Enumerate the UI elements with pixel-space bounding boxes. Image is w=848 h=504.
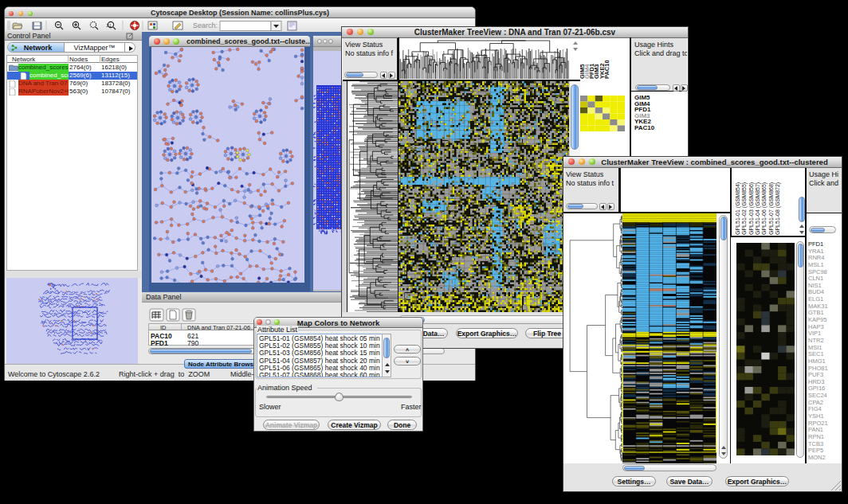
svg-text:GPL51-03 (GSM856): GPL51-03 (GSM856) <box>748 182 755 235</box>
svg-text:1:1: 1:1 <box>106 24 112 28</box>
svg-text:GPL51-02 (GSM855): GPL51-02 (GSM855) <box>741 182 748 235</box>
svg-text:Search:: Search: <box>193 21 218 29</box>
svg-text:GPL51-04 (GSM857): GPL51-04 (GSM857) <box>755 182 761 235</box>
svg-text:GPL51-08 (GSM872): GPL51-08 (GSM872) <box>775 182 781 235</box>
svg-text:GPL51-01 (GSM854): GPL51-01 (GSM854) <box>735 182 741 235</box>
svg-text:GPL51-07 (GSM868): GPL51-07 (GSM868) <box>768 182 775 235</box>
svg-text:GPL51-06 (GSM865): GPL51-06 (GSM865) <box>761 182 768 235</box>
svg-text:PAC10: PAC10 <box>603 60 610 79</box>
